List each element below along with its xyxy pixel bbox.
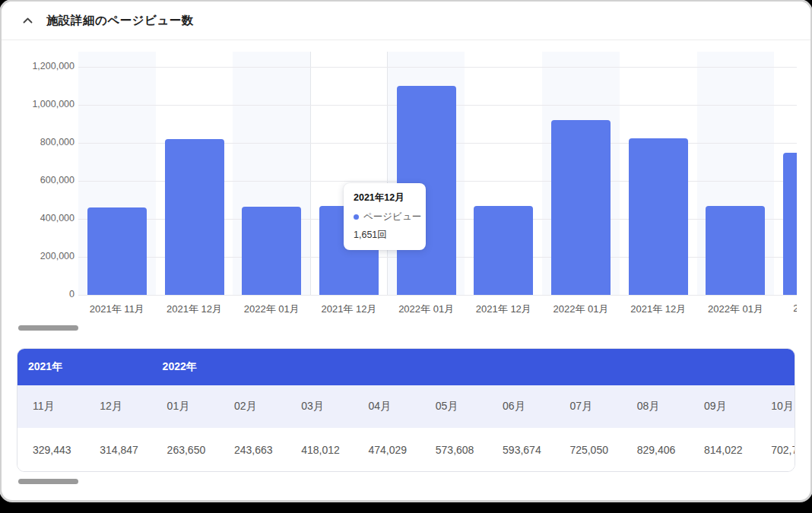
table-month-cell: 04月: [353, 400, 420, 413]
chart-scrollbar-thumb[interactable]: [18, 325, 78, 331]
table-value-cell: 329,443: [17, 444, 84, 456]
table-month-cell: 08月: [622, 400, 689, 413]
x-tick-label: 2021年 12月: [310, 302, 388, 316]
section-title: 施設詳細のページビュー数: [46, 13, 194, 29]
data-table: 2021年2022年 11月12月01月02月03月04月05月06月07月08…: [17, 348, 795, 472]
bar[interactable]: [629, 138, 688, 295]
table-month-cell: 12月: [84, 400, 151, 413]
x-tick-label: 2021年 12月: [465, 302, 543, 316]
y-tick-label: 0: [2, 289, 75, 299]
y-tick-label: 800,000: [2, 137, 75, 147]
bar[interactable]: [551, 120, 611, 295]
bar[interactable]: [165, 139, 224, 295]
table-value-cell: 243,663: [219, 444, 286, 456]
series-dot-icon: [354, 214, 359, 220]
table-year-header-row: 2021年2022年: [17, 349, 795, 385]
bar[interactable]: [474, 206, 533, 295]
table-value-row: 329,443314,847263,650243,663418,012474,0…: [17, 428, 795, 471]
x-tick-label: 2022年 01月: [697, 302, 775, 316]
table-value-cell: 573,608: [420, 444, 487, 456]
y-tick-label: 1,000,000: [2, 99, 75, 109]
bar-chart: 2021年 11月2021年 12月2022年 01月2021年 12月2022…: [2, 41, 810, 339]
x-tick-label: 2022年 01月: [542, 302, 620, 316]
table-month-cell: 01月: [152, 400, 219, 413]
table-value-cell: 418,012: [286, 444, 353, 456]
chart-tooltip: 2021年12月 ページビュー 1,651回: [344, 183, 426, 250]
x-tick-label: 2021年 11月: [78, 302, 156, 316]
gridline: [78, 67, 797, 68]
table-month-cell: 02月: [219, 400, 286, 413]
table-value-cell: 725,050: [554, 444, 621, 456]
table-value-cell: 702,7: [756, 444, 795, 456]
panel-card: 施設詳細のページビュー数 2021年 11月2021年 12月2022年 01月…: [2, 2, 810, 500]
table-scrollbar-thumb[interactable]: [18, 479, 78, 484]
bar[interactable]: [706, 206, 765, 295]
chevron-up-icon[interactable]: [23, 17, 33, 24]
table-month-cell: 07月: [554, 400, 621, 413]
table-month-cell: 06月: [487, 400, 554, 413]
x-tick-label: 2021年 12月: [620, 302, 697, 316]
tooltip-title: 2021年12月: [354, 192, 416, 204]
table-value-cell: 593,674: [487, 444, 554, 456]
table-year-header: 2021年: [17, 360, 152, 374]
table-month-cell: 09月: [689, 400, 756, 413]
y-axis: 0200,000400,000600,000800,0001,000,0001,…: [2, 41, 75, 339]
x-tick-label: 2022年 01月: [233, 302, 310, 316]
tooltip-value: 1,651回: [354, 229, 416, 242]
gridline: [78, 295, 797, 296]
table-month-row: 11月12月01月02月03月04月05月06月07月08月09月10月: [17, 385, 795, 428]
table-year-header: 2022年: [152, 360, 795, 374]
y-tick-label: 600,000: [2, 175, 75, 185]
y-tick-label: 400,000: [2, 213, 75, 223]
section-header[interactable]: 施設詳細のページビュー数: [2, 2, 810, 40]
table-value-cell: 474,029: [353, 444, 420, 456]
table-month-cell: 10月: [756, 400, 795, 413]
x-tick-label: 2021年 12月: [156, 302, 233, 316]
bar[interactable]: [242, 207, 301, 295]
table-month-cell: 05月: [420, 400, 487, 413]
y-tick-label: 200,000: [2, 251, 75, 261]
x-tick-label: 20: [793, 302, 797, 314]
x-tick-label: 2022年 01月: [388, 302, 465, 316]
table-value-cell: 263,650: [152, 444, 219, 456]
table-value-cell: 829,406: [622, 444, 689, 456]
table-month-cell: 11月: [17, 400, 84, 413]
table-month-cell: 03月: [286, 400, 353, 413]
bar[interactable]: [783, 153, 797, 296]
bar[interactable]: [87, 207, 147, 295]
y-tick-label: 1,200,000: [2, 61, 75, 71]
table-value-cell: 314,847: [84, 444, 151, 456]
tooltip-series-label: ページビュー: [363, 211, 421, 223]
table-value-cell: 814,022: [689, 444, 756, 456]
